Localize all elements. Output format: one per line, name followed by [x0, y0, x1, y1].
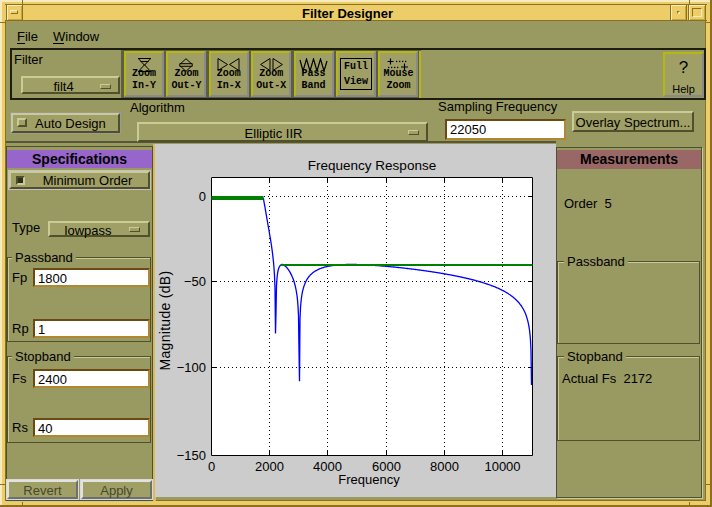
- svg-text:4000: 4000: [313, 459, 342, 474]
- svg-text:8000: 8000: [430, 459, 459, 474]
- svg-text:6000: 6000: [372, 459, 401, 474]
- svg-text:2000: 2000: [255, 459, 284, 474]
- svg-text:−100: −100: [177, 360, 206, 375]
- svg-text:Magnitude (dB): Magnitude (dB): [157, 271, 173, 371]
- svg-text:Frequency Response: Frequency Response: [308, 158, 436, 173]
- svg-text:0: 0: [199, 189, 206, 204]
- svg-text:0: 0: [208, 459, 215, 474]
- svg-text:−150: −150: [177, 448, 206, 463]
- svg-text:10000: 10000: [484, 459, 520, 474]
- svg-text:−50: −50: [184, 274, 206, 289]
- svg-text:Frequency: Frequency: [338, 472, 400, 487]
